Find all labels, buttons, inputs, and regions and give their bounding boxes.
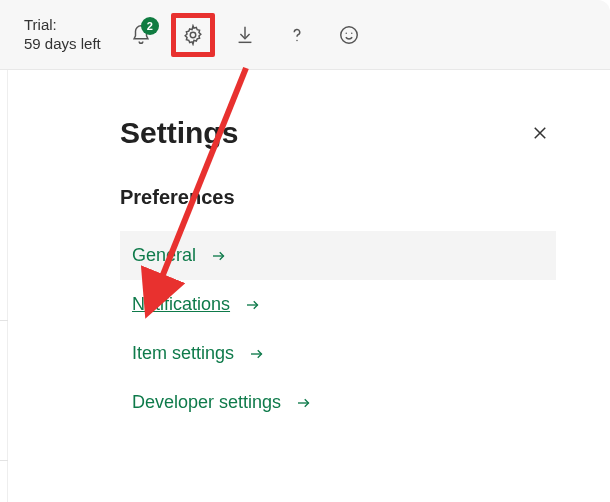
svg-point-3 [345, 32, 346, 33]
left-edge-strip [0, 70, 8, 502]
settings-item-label: Developer settings [132, 392, 281, 413]
settings-item-label: Notifications [132, 294, 230, 315]
svg-point-4 [351, 32, 352, 33]
settings-item-item-settings[interactable]: Item settings [120, 329, 556, 378]
close-button[interactable] [524, 117, 556, 149]
help-icon [286, 24, 308, 46]
svg-point-1 [296, 39, 297, 40]
download-icon [234, 24, 256, 46]
help-button[interactable] [275, 13, 319, 57]
settings-item-general[interactable]: General [120, 231, 556, 280]
trial-line2: 59 days left [24, 35, 101, 54]
download-button[interactable] [223, 13, 267, 57]
panel-header: Settings [120, 116, 556, 150]
gear-icon [182, 24, 204, 46]
svg-point-0 [190, 32, 196, 38]
settings-item-label: General [132, 245, 196, 266]
arrow-right-icon [248, 345, 266, 363]
left-divider [0, 460, 8, 461]
panel-title: Settings [120, 116, 238, 150]
arrow-right-icon [210, 247, 228, 265]
trial-status: Trial: 59 days left [24, 16, 101, 54]
trial-line1: Trial: [24, 16, 101, 35]
settings-item-label: Item settings [132, 343, 234, 364]
notifications-button[interactable]: 2 [119, 13, 163, 57]
svg-point-2 [340, 26, 357, 43]
topbar: Trial: 59 days left 2 [0, 0, 610, 70]
left-divider [0, 320, 8, 321]
feedback-button[interactable] [327, 13, 371, 57]
section-preferences: Preferences [120, 186, 556, 209]
settings-item-developer-settings[interactable]: Developer settings [120, 378, 556, 427]
settings-button[interactable] [171, 13, 215, 57]
close-icon [531, 124, 549, 142]
arrow-right-icon [244, 296, 262, 314]
settings-panel: Settings Preferences General Notificatio… [86, 88, 590, 502]
notification-badge: 2 [141, 17, 159, 35]
arrow-right-icon [295, 394, 313, 412]
smiley-icon [338, 24, 360, 46]
settings-item-notifications[interactable]: Notifications [120, 280, 556, 329]
